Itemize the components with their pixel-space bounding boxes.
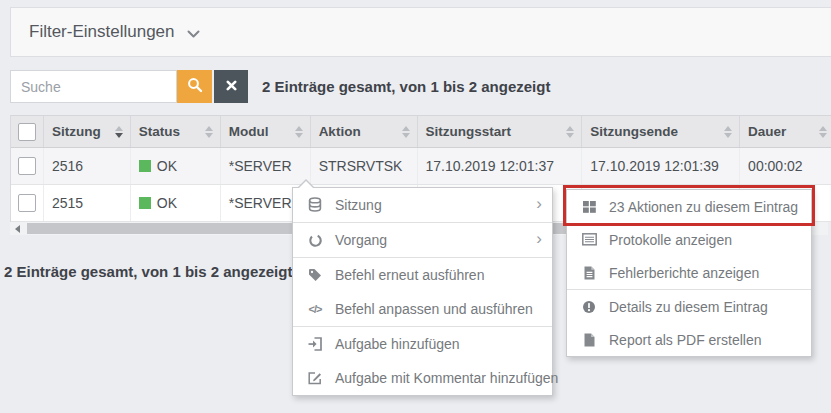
search-icon <box>187 77 203 96</box>
filter-settings-title: Filter-Einstellungen <box>29 22 175 42</box>
app-window: Filter-Einstellungen 2 Einträge gesamt, … <box>0 0 831 413</box>
cell-sitzung: 2515 <box>44 185 131 221</box>
menu-item-vorgang[interactable]: Vorgang › <box>293 223 552 257</box>
submenu-item-protokolle[interactable]: Protokolle anzeigen <box>567 223 811 256</box>
list-icon <box>580 233 598 246</box>
status-ok-icon <box>139 197 151 209</box>
sort-icon <box>724 126 732 138</box>
chevron-down-icon <box>187 25 200 43</box>
sort-icon <box>295 126 303 138</box>
entries-summary-bottom: 2 Einträge gesamt, von 1 bis 2 angezeigt <box>4 263 292 280</box>
menu-item-sitzung[interactable]: Sitzung › <box>293 188 552 222</box>
entries-summary-top: 2 Einträge gesamt, von 1 bis 2 angezeigt <box>262 70 550 103</box>
column-header-dauer[interactable]: Dauer <box>740 116 831 147</box>
table-row-2516[interactable]: 2516 OK *SERVER STRSRVTSK 17.10.2019 12:… <box>11 148 831 185</box>
search-input[interactable] <box>10 70 177 103</box>
menu-notch <box>297 179 315 188</box>
submenu-arrow-icon: › <box>536 195 542 215</box>
select-all-checkbox[interactable] <box>18 123 36 141</box>
submenu-item-report-pdf[interactable]: Report als PDF erstellen <box>567 323 811 356</box>
cell-sitzungsstart: 17.10.2019 12:01:37 <box>418 148 583 184</box>
column-header-status[interactable]: Status <box>131 116 221 147</box>
file-icon <box>580 333 598 347</box>
column-header-sitzungsende[interactable]: Sitzungsende <box>582 116 740 147</box>
cell-sitzung: 2516 <box>44 148 131 184</box>
grid-icon <box>580 201 598 213</box>
select-all-cell <box>11 116 44 147</box>
column-header-modul[interactable]: Modul <box>221 116 311 147</box>
sort-icon <box>205 126 213 138</box>
scroll-left-arrow-icon[interactable] <box>15 225 20 233</box>
database-icon <box>306 197 324 213</box>
code-icon: </> <box>306 303 324 315</box>
alert-circle-icon <box>580 300 598 314</box>
cell-dauer: 00:00:02 <box>740 148 831 184</box>
row-checkbox[interactable] <box>18 157 36 175</box>
submenu-item-aktionen[interactable]: 23 Aktionen zu diesem Eintrag <box>567 190 811 223</box>
cell-aktion: STRSRVTSK <box>311 148 418 184</box>
refresh-icon <box>306 233 324 248</box>
menu-item-befehl-anpassen[interactable]: </> Befehl anpassen und ausführen <box>293 292 552 326</box>
submenu-item-details[interactable]: Details zu diesem Eintrag <box>567 290 811 323</box>
menu-item-befehl-erneut[interactable]: Befehl erneut ausführen <box>293 258 552 292</box>
column-header-sitzung[interactable]: Sitzung <box>44 116 131 147</box>
row-context-menu: Sitzung › Vorgang › Befehl erneut ausfüh… <box>292 187 553 396</box>
close-icon <box>226 79 237 94</box>
edit-icon <box>306 371 324 385</box>
column-header-aktion[interactable]: Aktion <box>311 116 418 147</box>
menu-item-aufgabe-hinzufuegen[interactable]: Aufgabe hinzufügen <box>293 327 552 361</box>
menu-item-aufgabe-kommentar[interactable]: Aufgabe mit Kommentar hinzufügen <box>293 361 552 395</box>
search-button[interactable] <box>177 70 212 103</box>
row-checkbox[interactable] <box>18 194 36 212</box>
file-text-icon <box>580 266 598 280</box>
cell-sitzungsende: 17.10.2019 12:01:39 <box>582 148 740 184</box>
clear-search-button[interactable] <box>214 70 248 103</box>
tag-icon <box>306 268 324 282</box>
sort-icon <box>819 126 827 138</box>
column-header-sitzungsstart[interactable]: Sitzungsstart <box>418 116 583 147</box>
sort-icon <box>566 126 574 138</box>
table-header-row: Sitzung Status Modul Aktion Sitzungsstar… <box>11 115 831 148</box>
sort-icon <box>402 126 410 138</box>
submenu-item-fehlerberichte[interactable]: Fehlerberichte anzeigen <box>567 256 811 289</box>
sitzung-submenu: 23 Aktionen zu diesem Eintrag Protokolle… <box>566 189 812 357</box>
sort-icon <box>115 126 123 138</box>
cell-status: OK <box>131 185 221 221</box>
filter-settings-header[interactable]: Filter-Einstellungen <box>10 7 831 57</box>
cell-status: OK <box>131 148 221 184</box>
task-add-icon <box>306 337 324 351</box>
status-ok-icon <box>139 160 151 172</box>
submenu-arrow-icon: › <box>536 230 542 250</box>
